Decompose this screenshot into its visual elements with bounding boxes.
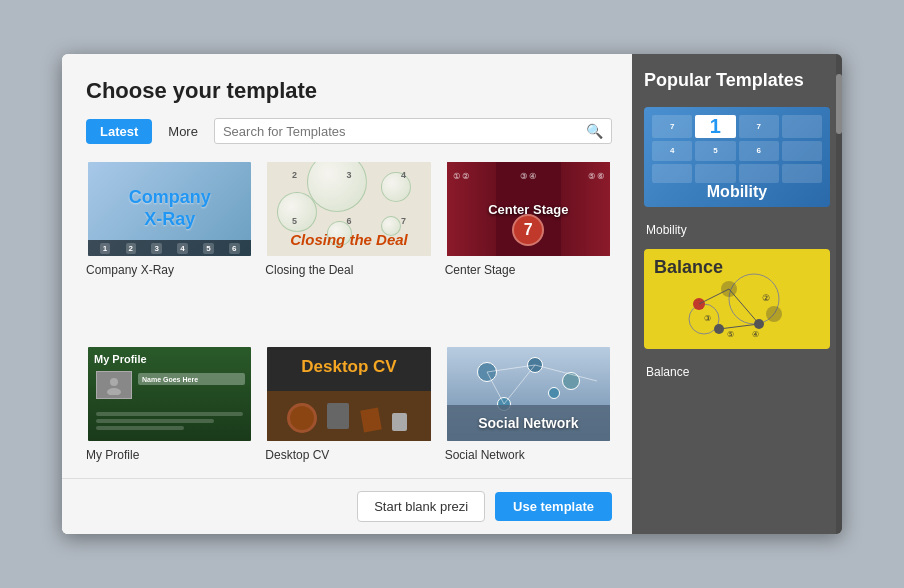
balance-card-inner: Balance ③ ② — [644, 249, 830, 349]
svg-text:④: ④ — [752, 330, 759, 339]
svg-point-0 — [110, 378, 118, 386]
template-name-closing-deal: Closing the Deal — [265, 263, 432, 277]
stage-numbers: ① ②③ ④⑤ ⑥ — [447, 172, 610, 181]
dialog-title: Choose your template — [86, 78, 612, 104]
thumb-company-xray-bg: CompanyX-Ray 1 2 3 4 5 6 — [88, 162, 251, 256]
footer-bar: Start blank prezi Use template — [62, 478, 632, 534]
cv-item-1 — [287, 403, 317, 433]
popular-template-mobility[interactable]: 7 1 7 4 5 6 Mobility — [644, 107, 830, 207]
cv-item-4 — [392, 413, 407, 431]
template-name-company-xray: Company X-Ray — [86, 263, 253, 277]
template-item-center-stage[interactable]: ① ②③ ④⑤ ⑥ Center Stage 7 Center Stage — [445, 160, 612, 333]
use-template-button[interactable]: Use template — [495, 492, 612, 521]
mobility-background: 7 1 7 4 5 6 Mobility — [644, 107, 830, 207]
scroll-track[interactable] — [836, 54, 842, 534]
social-title-bar: Social Network — [447, 405, 610, 441]
more-filter-button[interactable]: More — [160, 119, 206, 144]
mobility-grid: 7 1 7 4 5 6 — [652, 115, 822, 183]
cv-item-3 — [361, 408, 383, 433]
popular-template-balance[interactable]: Balance ③ ② — [644, 249, 830, 349]
template-thumb-company-xray: CompanyX-Ray 1 2 3 4 5 6 — [86, 160, 253, 258]
profile-header-text: My Profile — [94, 353, 147, 365]
closing-deal-title: Closing the Deal — [267, 231, 430, 248]
mobility-label: Mobility — [644, 183, 830, 201]
balance-background: Balance ③ ② — [644, 249, 830, 349]
mobility-card-inner: 7 1 7 4 5 6 Mobility — [644, 107, 830, 207]
template-thumb-center-stage: ① ②③ ④⑤ ⑥ Center Stage 7 — [445, 160, 612, 258]
bubble-2 — [277, 192, 317, 232]
closing-numbers-mid: 567 — [267, 216, 430, 226]
template-item-company-xray[interactable]: CompanyX-Ray 1 2 3 4 5 6 Company X-Ray — [86, 160, 253, 333]
stage-circle-7: 7 — [512, 214, 544, 246]
search-wrap: 🔍 — [214, 118, 612, 144]
thumb-social-bg: Social Network — [447, 347, 610, 441]
template-name-desktop-cv: Desktop CV — [265, 448, 432, 462]
thumb-desktop-cv-bg: Desktop CV — [267, 347, 430, 441]
template-chooser-dialog: Choose your template Latest More 🔍 Compa… — [62, 54, 842, 534]
template-thumb-my-profile: My Profile Name Goes Here — [86, 345, 253, 443]
latest-filter-button[interactable]: Latest — [86, 119, 152, 144]
svg-line-4 — [504, 365, 535, 404]
balance-svg: ③ ② ⑤ ④ — [644, 249, 830, 349]
filter-bar: Latest More 🔍 — [86, 118, 612, 144]
template-thumb-desktop-cv: Desktop CV — [265, 345, 432, 443]
sidebar-title: Popular Templates — [644, 70, 830, 91]
cv-item-2 — [327, 403, 349, 429]
start-blank-button[interactable]: Start blank prezi — [357, 491, 485, 522]
svg-line-2 — [487, 365, 535, 372]
xray-strip: 1 2 3 4 5 6 — [88, 240, 251, 256]
search-input[interactable] — [223, 124, 586, 139]
cv-desk — [267, 391, 430, 441]
svg-point-1 — [107, 388, 121, 395]
company-xray-text: CompanyX-Ray — [129, 187, 211, 230]
template-thumb-social-network: Social Network — [445, 345, 612, 443]
template-name-social-network: Social Network — [445, 448, 612, 462]
profile-lines — [96, 412, 243, 433]
main-panel: Choose your template Latest More 🔍 Compa… — [62, 54, 632, 534]
template-name-my-profile: My Profile — [86, 448, 253, 462]
social-network-title: Social Network — [447, 415, 610, 431]
svg-line-13 — [699, 289, 729, 304]
svg-point-9 — [766, 306, 782, 322]
svg-line-5 — [487, 372, 504, 404]
thumb-center-stage-bg: ① ②③ ④⑤ ⑥ Center Stage 7 — [447, 162, 610, 256]
template-thumb-closing-deal: 234 567 Closing the Deal — [265, 160, 432, 258]
closing-numbers-top: 234 — [267, 170, 430, 180]
template-name-center-stage: Center Stage — [445, 263, 612, 277]
svg-text:②: ② — [762, 293, 770, 303]
thumb-myprofile-bg: My Profile Name Goes Here — [88, 347, 251, 441]
template-item-closing-deal[interactable]: 234 567 Closing the Deal Closing the Dea… — [265, 160, 432, 333]
templates-grid: CompanyX-Ray 1 2 3 4 5 6 Company X-Ray — [86, 160, 612, 518]
mobility-card-label: Mobility — [644, 219, 830, 237]
svg-line-15 — [719, 324, 759, 329]
svg-text:③: ③ — [704, 314, 711, 323]
svg-text:⑤: ⑤ — [727, 330, 734, 339]
profile-image — [96, 371, 132, 399]
profile-name-bar: Name Goes Here — [138, 373, 245, 385]
popular-templates-sidebar: Popular Templates 7 1 7 4 5 6 — [632, 54, 842, 534]
search-icon[interactable]: 🔍 — [586, 123, 603, 139]
thumb-closing-bg: 234 567 Closing the Deal — [267, 162, 430, 256]
svg-line-3 — [535, 365, 597, 381]
balance-card-label: Balance — [644, 361, 830, 379]
scroll-thumb[interactable] — [836, 74, 842, 134]
svg-line-14 — [729, 289, 759, 324]
cv-title-text: Desktop CV — [267, 357, 430, 377]
